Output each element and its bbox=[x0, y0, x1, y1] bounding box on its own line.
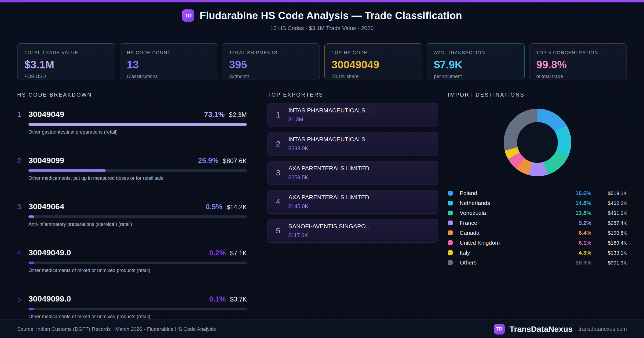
exporter-name: AXA PARENTERALS LIMITED bbox=[288, 194, 369, 201]
country-label: Canada bbox=[460, 230, 480, 236]
stat-value: 395 bbox=[229, 59, 313, 71]
exporter-name: INTAS PHARMACEUTICALS ... bbox=[288, 107, 372, 114]
exporter-value: $533.0K bbox=[288, 145, 372, 152]
country-value: $199.8K bbox=[595, 230, 627, 236]
rank-number: 1 bbox=[17, 111, 28, 119]
country-value: $287.4K bbox=[595, 220, 627, 226]
section-title-imports: IMPORT DESTINATIONS bbox=[448, 92, 627, 98]
stat-value: $7.9K bbox=[434, 59, 517, 71]
bar-track bbox=[28, 123, 247, 126]
rank-number: 2 bbox=[17, 157, 28, 165]
import-destinations-legend: Poland 16.6% $519.1K Netherlands 14.8% $… bbox=[448, 188, 627, 267]
stat-label: TOP 5 CONCENTRATION bbox=[536, 50, 620, 56]
stat-sub: 33/month bbox=[229, 74, 313, 79]
dashboard-page: TD Fludarabine HS Code Analysis — Trade … bbox=[0, 0, 644, 338]
legend-swatch bbox=[448, 250, 453, 255]
accent-topbar bbox=[0, 0, 644, 2]
exporter-value: $259.5K bbox=[288, 174, 369, 181]
stat-sub: per shipment bbox=[434, 74, 517, 79]
rank-number: 3 bbox=[276, 168, 280, 177]
bar-track bbox=[28, 169, 247, 172]
donut-hole bbox=[517, 122, 558, 163]
rank-number: 3 bbox=[17, 203, 28, 211]
country-percent: 6.1% bbox=[568, 240, 591, 246]
exporter-value: $145.0K bbox=[288, 203, 369, 210]
bar-fill bbox=[28, 308, 34, 310]
brand-logo-badge: TD bbox=[494, 324, 505, 335]
hs-code-description: Other medicaments of mixed or unmixed pr… bbox=[28, 314, 247, 319]
legend-row: Italy 4.3% $133.1K bbox=[448, 248, 627, 258]
country-label: France bbox=[460, 220, 477, 226]
country-label: Others bbox=[460, 259, 477, 266]
exporter-card: 5 SANOFI-AVENTIS SINGAPO... $117.0K bbox=[268, 219, 438, 243]
exporter-name: AXA PARENTERALS LIMITED bbox=[288, 165, 369, 172]
legend-swatch bbox=[448, 240, 453, 245]
stat-label: AVG. TRANSACTION bbox=[434, 50, 517, 56]
trade-value: $7.1K bbox=[230, 249, 247, 257]
exporter-card: 2 INTAS PHARMACEUTICALS ... $533.0K bbox=[268, 132, 438, 156]
brand-domain: transdatanexus.com bbox=[579, 326, 627, 332]
brand-name: TransDataNexus bbox=[510, 325, 573, 334]
import-destinations-section: IMPORT DESTINATIONS Poland 16.6% $519.1K… bbox=[438, 79, 627, 319]
share-percent: 25.9% bbox=[198, 157, 219, 165]
country-value: $901.9K bbox=[595, 260, 627, 266]
trade-value: $3.7K bbox=[230, 296, 247, 303]
top-exporters-section: TOP EXPORTERS 1 INTAS PHARMACEUTICALS ..… bbox=[258, 79, 438, 319]
exporter-value: $1.3M bbox=[288, 116, 372, 123]
country-percent: 4.3% bbox=[568, 249, 591, 256]
stat-label: TOTAL TRADE VALUE bbox=[24, 50, 108, 56]
country-value: $189.4K bbox=[595, 240, 627, 246]
trade-value: $2.3M bbox=[229, 111, 247, 119]
legend-swatch bbox=[448, 221, 453, 225]
stat-value: 13 bbox=[127, 59, 210, 71]
legend-swatch bbox=[448, 230, 453, 235]
bar-track bbox=[28, 262, 247, 264]
exporter-card: 3 AXA PARENTERALS LIMITED $259.5K bbox=[268, 161, 438, 185]
header: TD Fludarabine HS Code Analysis — Trade … bbox=[0, 2, 644, 38]
exporter-name: INTAS PHARMACEUTICALS ... bbox=[288, 136, 372, 143]
stat-value: 30049049 bbox=[332, 59, 415, 71]
legend-row: Canada 6.4% $199.8K bbox=[448, 228, 627, 238]
stat-sub: of total trade bbox=[536, 74, 620, 79]
legend-row: Venezuela 13.8% $431.0K bbox=[448, 208, 627, 218]
legend-swatch bbox=[448, 211, 453, 215]
hs-code: 30049099.0 bbox=[28, 294, 71, 303]
footer: Source: Indian Customs (DGFT) Records · … bbox=[0, 319, 644, 338]
breakdown-row: 3 30049064 0.5% $14.2K Anti-inflammatory… bbox=[17, 202, 247, 227]
stat-card-top5-concentration: TOP 5 CONCENTRATION 99.8% of total trade bbox=[529, 43, 627, 79]
stat-value: 99.8% bbox=[536, 59, 620, 71]
country-value: $462.2K bbox=[595, 200, 627, 206]
exporter-card: 1 INTAS PHARMACEUTICALS ... $1.3M bbox=[268, 103, 438, 127]
country-label: Italy bbox=[460, 249, 470, 256]
main-content: HS CODE BREAKDOWN 1 30049049 73.1% $2.3M… bbox=[17, 79, 627, 319]
brand-logo-badge: TD bbox=[182, 9, 194, 22]
hs-code-breakdown-section: HS CODE BREAKDOWN 1 30049049 73.1% $2.3M… bbox=[17, 79, 258, 319]
page-subtitle: 13 HS Codes · $3.1M Trade Value · 2026 bbox=[0, 25, 644, 31]
stat-label: TOP HS CODE bbox=[332, 50, 415, 56]
share-percent: 73.1% bbox=[204, 111, 225, 119]
hs-code: 30049049 bbox=[28, 110, 64, 119]
country-label: United Kingdom bbox=[460, 240, 500, 246]
stat-card-avg-transaction: AVG. TRANSACTION $7.9K per shipment bbox=[427, 43, 525, 79]
hs-code: 30049099 bbox=[28, 156, 64, 165]
country-label: Venezuela bbox=[460, 210, 486, 216]
source-note: Source: Indian Customs (DGFT) Records · … bbox=[17, 326, 216, 332]
footer-brand: TD TransDataNexus transdatanexus.com bbox=[494, 324, 627, 335]
country-percent: 16.6% bbox=[568, 190, 591, 196]
legend-row: Others 28.9% $901.9K bbox=[448, 258, 627, 267]
hs-code-description: Other medicaments of mixed or unmixed pr… bbox=[28, 268, 247, 273]
page-title: Fludarabine HS Code Analysis — Trade Cla… bbox=[200, 10, 462, 21]
hs-code: 30049064 bbox=[28, 202, 64, 211]
stat-cards-row: TOTAL TRADE VALUE $3.1M FOB USD HS CODE … bbox=[17, 43, 627, 79]
stat-card-hs-code-count: HS CODE COUNT 13 Classifications bbox=[120, 43, 218, 79]
rank-number: 2 bbox=[276, 139, 280, 148]
legend-swatch bbox=[448, 201, 453, 205]
country-label: Netherlands bbox=[460, 200, 490, 206]
bar-fill bbox=[28, 215, 34, 218]
stat-value: $3.1M bbox=[24, 59, 108, 71]
stat-card-total-trade-value: TOTAL TRADE VALUE $3.1M FOB USD bbox=[17, 43, 115, 79]
country-percent: 6.4% bbox=[568, 230, 591, 236]
bar-fill bbox=[28, 169, 106, 172]
breakdown-row: 2 30049099 25.9% $807.6K Other medicamen… bbox=[17, 156, 247, 181]
bar-fill bbox=[28, 262, 34, 264]
